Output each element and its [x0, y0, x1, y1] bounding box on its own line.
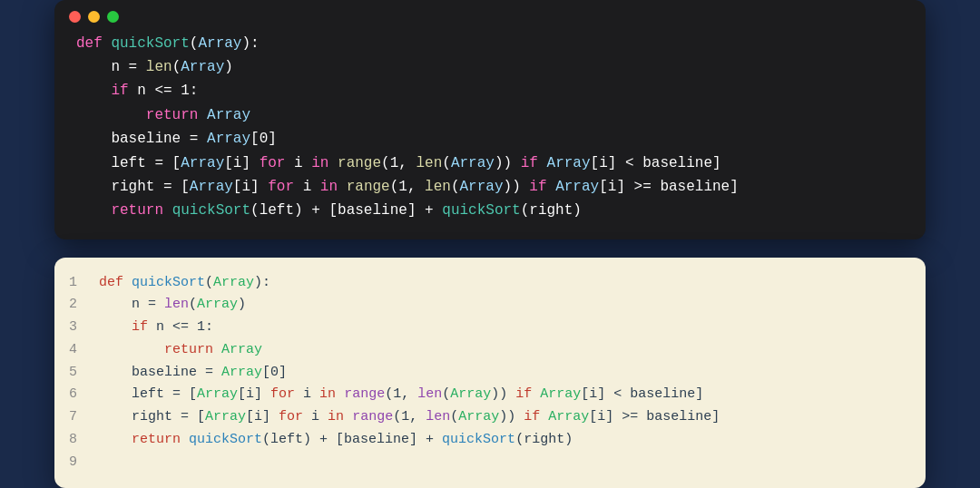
lcode-line-6: left = [Array[i] for i in range(1, len(A…: [99, 384, 911, 406]
code-line-3: if n <= 1:: [76, 79, 904, 102]
light-code-panel: 1 2 3 4 5 6 7 8 9 def quickSort(Array): …: [54, 258, 926, 488]
line-num-5: 5: [69, 362, 77, 385]
lcode-line-2: n = len(Array): [99, 294, 911, 317]
lcode-line-8: return quickSort(left) + [baseline] + qu…: [99, 429, 911, 452]
dark-code-block: def quickSort(Array): n = len(Array) if …: [54, 32, 926, 223]
line-num-6: 6: [69, 384, 77, 406]
code-line-8: return quickSort(left) + [baseline] + qu…: [76, 199, 904, 222]
lcode-line-5: baseline = Array[0]: [99, 362, 911, 385]
line-num-9: 9: [69, 452, 77, 474]
code-line-1: def quickSort(Array):: [76, 32, 904, 55]
code-line-5: baseline = Array[0]: [76, 127, 904, 151]
maximize-button[interactable]: [107, 11, 119, 23]
code-line-7: right = [Array[i] for i in range(1, len(…: [76, 175, 904, 199]
code-line-4: return Array: [76, 103, 904, 127]
lcode-line-4: return Array: [99, 339, 911, 362]
line-num-1: 1: [69, 272, 77, 295]
line-num-3: 3: [69, 317, 77, 339]
code-line-6: left = [Array[i] for i in range(1, len(A…: [76, 151, 904, 175]
line-numbers: 1 2 3 4 5 6 7 8 9: [54, 272, 92, 474]
lcode-line-9: [99, 452, 911, 474]
code-line-2: n = len(Array): [76, 55, 904, 79]
lcode-line-1: def quickSort(Array):: [99, 272, 911, 295]
line-num-4: 4: [69, 339, 77, 362]
line-num-7: 7: [69, 406, 77, 429]
traffic-lights: [54, 0, 926, 32]
minimize-button[interactable]: [88, 11, 100, 23]
light-code-block: def quickSort(Array): n = len(Array) if …: [92, 272, 926, 474]
lcode-line-7: right = [Array[i] for i in range(1, len(…: [99, 406, 911, 429]
dark-code-panel: def quickSort(Array): n = len(Array) if …: [54, 0, 926, 239]
line-num-2: 2: [69, 294, 77, 317]
line-num-8: 8: [69, 429, 77, 452]
close-button[interactable]: [69, 11, 81, 23]
lcode-line-3: if n <= 1:: [99, 317, 911, 339]
